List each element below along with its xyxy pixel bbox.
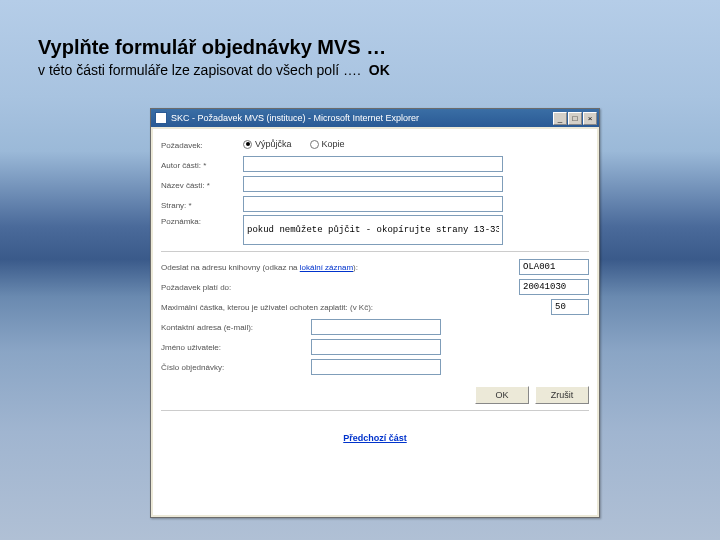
author-input[interactable] [243,156,503,172]
titlebar: SKC - Požadavek MVS (instituce) - Micros… [151,109,599,127]
send-label-b: ): [353,263,358,272]
row-valid: Požadavek platí do: [161,278,589,296]
label-title: Název části: * [161,179,243,190]
row-title: Název části: * [161,175,589,193]
radio-copy-label: Kopie [322,139,345,149]
username-input[interactable] [311,339,441,355]
row-note: Poznámka: [161,215,589,245]
send-label-a: Odeslat na adresu knihovny (odkaz na [161,263,300,272]
label-maxcost: Maximální částka, kterou je uživatel och… [161,303,551,312]
form-area: Požadavek: Výpůjčka Kopie Autor části: *… [153,129,597,515]
previous-section-link[interactable]: Předchozí část [161,433,589,443]
valid-input[interactable] [519,279,589,295]
label-author: Autor části: * [161,159,243,170]
slide-subline: v této části formuláře lze zapisovat do … [38,62,390,78]
row-pages: Strany: * [161,195,589,213]
row-request-type: Požadavek: Výpůjčka Kopie [161,135,589,153]
row-author: Autor části: * [161,155,589,173]
minimize-button[interactable]: _ [553,112,567,125]
divider-1 [161,251,589,252]
label-valid: Požadavek platí do: [161,283,519,292]
close-button[interactable]: × [583,112,597,125]
ok-button[interactable]: OK [475,386,529,404]
label-request: Požadavek: [161,139,243,150]
label-send: Odeslat na adresu knihovny (odkaz na lok… [161,263,519,272]
ie-icon [155,112,167,124]
label-username: Jméno uživatele: [161,343,311,352]
divider-2 [161,410,589,411]
local-record-link[interactable]: lokální záznam [300,263,353,272]
row-send: Odeslat na adresu knihovny (odkaz na lok… [161,258,589,276]
note-input[interactable] [243,215,503,245]
label-note: Poznámka: [161,215,243,226]
row-username: Jméno uživatele: [161,338,589,356]
cancel-button[interactable]: Zrušit [535,386,589,404]
orderno-input[interactable] [311,359,441,375]
slide-heading: Vyplňte formulář objednávky MVS … [38,36,386,59]
subline-ok: OK [369,62,390,78]
radio-copy-icon[interactable] [310,140,319,149]
title-input[interactable] [243,176,503,192]
radio-lend-wrap[interactable]: Výpůjčka [243,139,292,149]
row-contact: Kontaktní adresa (e-mail): [161,318,589,336]
label-contact: Kontaktní adresa (e-mail): [161,323,311,332]
radio-lend-label: Výpůjčka [255,139,292,149]
send-input[interactable] [519,259,589,275]
browser-window: SKC - Požadavek MVS (instituce) - Micros… [150,108,600,518]
radio-copy-wrap[interactable]: Kopie [310,139,345,149]
pages-input[interactable] [243,196,503,212]
radio-lend-icon[interactable] [243,140,252,149]
row-orderno: Číslo objednávky: [161,358,589,376]
row-maxcost: Maximální částka, kterou je uživatel och… [161,298,589,316]
maxcost-input[interactable] [551,299,589,315]
button-row: OK Zrušit [161,386,589,404]
contact-input[interactable] [311,319,441,335]
label-orderno: Číslo objednávky: [161,363,311,372]
window-title: SKC - Požadavek MVS (instituce) - Micros… [171,113,553,123]
maximize-button[interactable]: □ [568,112,582,125]
label-pages: Strany: * [161,199,243,210]
subline-text: v této části formuláře lze zapisovat do … [38,62,361,78]
